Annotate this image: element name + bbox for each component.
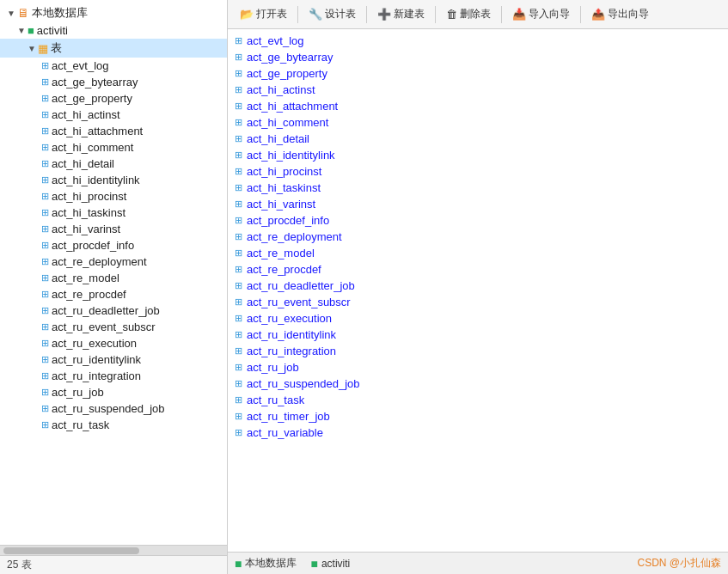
table-icon: ⊞ — [235, 117, 242, 128]
table-icon: ⊞ — [235, 378, 242, 389]
tree-schema[interactable]: ▼ ■ activiti — [0, 22, 227, 39]
list-item[interactable]: ⊞ act_ru_timer_job — [228, 408, 728, 424]
list-item[interactable]: ⊞ act_ru_integration — [228, 343, 728, 359]
tree-item-label: act_re_procdef — [52, 288, 126, 301]
tree-item-label: act_hi_comment — [52, 141, 133, 154]
tree-item-act_hi_attachment[interactable]: ⊞ act_hi_attachment — [0, 123, 227, 139]
open-table-button[interactable]: 📂 打开表 — [233, 4, 294, 24]
tree-item-act_re_procdef[interactable]: ⊞ act_re_procdef — [0, 286, 227, 302]
list-item[interactable]: ⊞ act_re_deployment — [228, 229, 728, 245]
list-item[interactable]: ⊞ act_re_model — [228, 245, 728, 261]
toolbar-sep-5 — [580, 6, 581, 23]
schema-status-icon: ■ — [310, 557, 317, 571]
list-item[interactable]: ⊞ act_evt_log — [228, 33, 728, 49]
toolbar-sep-4 — [501, 6, 502, 23]
table-icon: ⊞ — [235, 247, 242, 259]
list-item[interactable]: ⊞ act_hi_procinst — [228, 163, 728, 180]
new-table-icon: ➕ — [377, 8, 391, 21]
tree-item-label: act_re_model — [52, 272, 119, 284]
db-status-item: ■ 本地数据库 — [235, 556, 297, 571]
table-icon: ⊞ — [235, 427, 242, 438]
table-icon: ⊞ — [41, 223, 49, 235]
list-item[interactable]: ⊞ act_hi_actinst — [228, 82, 728, 98]
bottom-bar: ■ 本地数据库 ■ activiti CSDN @小扎仙森 — [228, 552, 728, 574]
left-scroll-thumb[interactable] — [3, 547, 139, 554]
tree-item-act_hi_taskinst[interactable]: ⊞ act_hi_taskinst — [0, 205, 227, 221]
tree-item-act_ru_event_subscr[interactable]: ⊞ act_ru_event_subscr — [0, 319, 227, 335]
list-item[interactable]: ⊞ act_ge_property — [228, 65, 728, 82]
list-item[interactable]: ⊞ act_hi_varinst — [228, 196, 728, 212]
left-scrollbar[interactable] — [0, 545, 227, 555]
tree-item-act_ru_identitylink[interactable]: ⊞ act_ru_identitylink — [0, 351, 227, 368]
table-name: act_ru_event_subscr — [247, 296, 351, 308]
tree-item-act_ru_suspended_job[interactable]: ⊞ act_ru_suspended_job — [0, 400, 227, 417]
list-item[interactable]: ⊞ act_hi_detail — [228, 131, 728, 147]
tree-item-label: act_ru_execution — [52, 337, 137, 350]
list-item[interactable]: ⊞ act_ru_variable — [228, 424, 728, 441]
list-item[interactable]: ⊞ act_ge_bytearray — [228, 49, 728, 65]
list-item[interactable]: ⊞ act_ru_identitylink — [228, 327, 728, 343]
table-icon: ⊞ — [41, 321, 49, 333]
left-status: 25 表 — [0, 555, 227, 574]
tree-item-act_ru_task[interactable]: ⊞ act_ru_task — [0, 417, 227, 433]
tree-item-act_re_model[interactable]: ⊞ act_re_model — [0, 270, 227, 286]
list-item[interactable]: ⊞ act_re_procdef — [228, 261, 728, 278]
delete-table-button[interactable]: 🗑 删除表 — [439, 4, 498, 24]
tree-item-act_hi_varinst[interactable]: ⊞ act_hi_varinst — [0, 221, 227, 237]
tree-item-act_hi_identitylink[interactable]: ⊞ act_hi_identitylink — [0, 172, 227, 188]
toolbar: 📂 打开表 🔧 设计表 ➕ 新建表 🗑 删除表 📥 导入向导 — [228, 0, 728, 29]
table-name: act_re_model — [247, 247, 315, 260]
tree-item-label: act_hi_varinst — [52, 223, 120, 235]
list-item[interactable]: ⊞ act_procdef_info — [228, 212, 728, 229]
table-icon: ⊞ — [41, 93, 49, 104]
new-table-button[interactable]: ➕ 新建表 — [370, 4, 431, 24]
tree-folder-tables[interactable]: ▼ ▦ 表 — [0, 39, 227, 58]
tree-item-act_hi_procinst[interactable]: ⊞ act_hi_procinst — [0, 188, 227, 205]
tree-item-act_evt_log[interactable]: ⊞ act_evt_log — [0, 58, 227, 74]
tree-item-act_ru_job[interactable]: ⊞ act_ru_job — [0, 384, 227, 400]
right-table-list[interactable]: ⊞ act_evt_log ⊞ act_ge_bytearray ⊞ act_g… — [228, 29, 728, 552]
table-icon: ⊞ — [41, 142, 49, 153]
design-table-button[interactable]: 🔧 设计表 — [302, 4, 363, 24]
tree-root[interactable]: ▼ 🖥 本地数据库 — [0, 3, 227, 22]
toolbar-sep-3 — [435, 6, 436, 23]
schema-icon: ■ — [28, 24, 34, 37]
watermark: CSDN @小扎仙森 — [637, 556, 721, 571]
list-item[interactable]: ⊞ act_hi_taskinst — [228, 180, 728, 196]
tree-item-act_hi_actinst[interactable]: ⊞ act_hi_actinst — [0, 107, 227, 123]
tree-item-act_ge_property[interactable]: ⊞ act_ge_property — [0, 90, 227, 107]
list-item[interactable]: ⊞ act_ru_job — [228, 359, 728, 376]
tree-item-act_procdef_info[interactable]: ⊞ act_procdef_info — [0, 237, 227, 253]
table-icon: ⊞ — [41, 256, 49, 267]
left-tree[interactable]: ▼ 🖥 本地数据库 ▼ ■ activiti ▼ ▦ 表 ⊞ — [0, 0, 227, 545]
toolbar-sep-2 — [366, 6, 367, 23]
list-item[interactable]: ⊞ act_hi_identitylink — [228, 147, 728, 163]
tree-item-label: act_hi_actinst — [52, 108, 120, 121]
list-item[interactable]: ⊞ act_ru_suspended_job — [228, 376, 728, 392]
table-icon: ⊞ — [41, 354, 49, 365]
tree-item-act_ge_bytearray[interactable]: ⊞ act_ge_bytearray — [0, 74, 227, 90]
table-name: act_ge_bytearray — [247, 51, 333, 64]
tree-item-act_ru_execution[interactable]: ⊞ act_ru_execution — [0, 335, 227, 351]
tree-item-act_hi_detail[interactable]: ⊞ act_hi_detail — [0, 156, 227, 172]
tree-item-act_ru_integration[interactable]: ⊞ act_ru_integration — [0, 368, 227, 384]
list-item[interactable]: ⊞ act_ru_deadletter_job — [228, 278, 728, 294]
export-wizard-button[interactable]: 📤 导出向导 — [584, 4, 656, 24]
list-item[interactable]: ⊞ act_ru_task — [228, 392, 728, 408]
list-item[interactable]: ⊞ act_hi_comment — [228, 114, 728, 131]
list-item[interactable]: ⊞ act_ru_execution — [228, 310, 728, 327]
tree-item-act_re_deployment[interactable]: ⊞ act_re_deployment — [0, 253, 227, 270]
tree-item-act_ru_deadletter_job[interactable]: ⊞ act_ru_deadletter_job — [0, 302, 227, 319]
table-icon: ⊞ — [235, 101, 242, 112]
table-name: act_ru_suspended_job — [247, 377, 360, 390]
import-wizard-button[interactable]: 📥 导入向导 — [505, 4, 577, 24]
list-item[interactable]: ⊞ act_hi_attachment — [228, 98, 728, 114]
list-item[interactable]: ⊞ act_ru_event_subscr — [228, 294, 728, 310]
table-icon: ⊞ — [235, 198, 242, 210]
tree-item-act_hi_comment[interactable]: ⊞ act_hi_comment — [0, 139, 227, 156]
table-name: act_re_deployment — [247, 230, 342, 243]
table-icon: ⊞ — [235, 313, 242, 324]
table-name: act_ru_variable — [247, 426, 323, 439]
tree-item-label: act_re_deployment — [52, 255, 147, 268]
table-name: act_hi_procinst — [247, 165, 321, 178]
